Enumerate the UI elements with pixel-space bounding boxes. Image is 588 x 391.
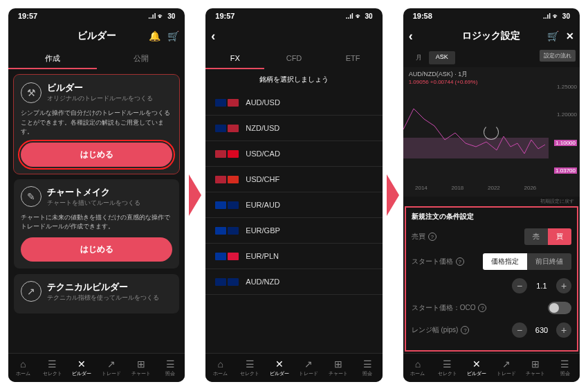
back-button[interactable]: ‹ (409, 29, 413, 44)
card-title: ビルダー (47, 82, 153, 94)
flag-pair (215, 125, 239, 132)
card-subtitle: チャートを描いてルールをつくる (47, 199, 140, 208)
bottom-nav: ⌂ホーム ☰セレクト ✕ビルダー ↗トレード ⊞チャート ☰照会 (205, 353, 382, 382)
buysell-label: 売買 (412, 232, 425, 242)
page-title: ロジック設定 (462, 30, 520, 42)
nav-chart[interactable]: ⊞チャート (521, 354, 551, 382)
bottom-nav: ⌂ホーム ☰セレクト ✕ビルダー ↗トレード ⊞チャート ☰照会 (403, 353, 580, 382)
plus-button[interactable]: + (556, 322, 571, 338)
status-time: 19:58 (413, 12, 432, 20)
cart-icon[interactable]: 🛒 (167, 30, 179, 42)
plus-button[interactable]: + (556, 278, 571, 293)
nav-trade[interactable]: ↗トレード (97, 354, 127, 382)
start-button[interactable]: はじめる (21, 237, 172, 262)
reset-link[interactable]: 初期設定に戻す (403, 197, 580, 206)
tab-publish[interactable]: 公開 (97, 48, 185, 69)
price-value[interactable]: 1.1 (531, 282, 552, 290)
pair-name: USD/CHF (246, 175, 279, 183)
pair-list: AUD/USDNZD/USDUSD/CADUSD/CHFEUR/AUDEUR/G… (205, 90, 382, 295)
nav-inquiry[interactable]: ☰照会 (156, 354, 185, 382)
screen-pairs: 19:57 ..ıl ᯤ 30 ‹ FX CFD ETF 銘柄を選択しましょう … (205, 8, 382, 382)
status-icons: ..ıl ᯤ 30 (148, 12, 175, 20)
help-icon[interactable]: ? (478, 304, 486, 312)
help-icon[interactable]: ? (456, 257, 464, 266)
nav-select[interactable]: ☰セレクト (235, 354, 265, 382)
tab-etf[interactable]: ETF (324, 48, 383, 69)
builder-icon: ✕ (77, 358, 86, 370)
help-icon[interactable]: ? (461, 326, 469, 334)
conditions-panel: 新規注文の条件設定 売買? 売 買 スタート価格? 価格指定 前日終値 − (405, 206, 578, 352)
nav-home[interactable]: ⌂ホーム (403, 354, 433, 382)
help-icon[interactable]: ? (428, 233, 437, 241)
prev-close-button[interactable]: 前日終値 (527, 253, 571, 270)
price-chart[interactable]: AUD/NZD(ASK) · 1月 1.09056 +0.00744 (+0.6… (403, 67, 580, 197)
select-icon: ☰ (48, 358, 57, 370)
back-button[interactable]: ‹ (211, 29, 215, 44)
pair-row[interactable]: EUR/GBP (205, 218, 382, 244)
bell-icon[interactable]: 🔔 (149, 30, 160, 42)
pair-row[interactable]: AUD/USD (205, 90, 382, 116)
tab-fx[interactable]: FX (205, 48, 264, 69)
screen-logic: 19:58 ..ıl ᯤ 30 ‹ ロジック設定 🛒 ✕ 設定の流れ 月 ASK… (403, 8, 580, 382)
refresh-icon[interactable] (484, 125, 499, 140)
nav-builder[interactable]: ✕ビルダー (264, 354, 294, 382)
nav-select[interactable]: ☰セレクト (432, 354, 462, 382)
card-subtitle: オリジナルのトレードルールをつくる (47, 94, 153, 103)
price-specify-button[interactable]: 価格指定 (483, 253, 527, 270)
buy-button[interactable]: 買 (548, 228, 571, 245)
period-month[interactable]: 月 (409, 51, 429, 64)
range-stepper: − 630 + (512, 322, 571, 338)
sell-button[interactable]: 売 (524, 228, 548, 245)
y-axis-labels: 1.25000 1.20000 1.10000 1.03700 (554, 84, 577, 174)
technical-icon: ↗ (21, 281, 42, 302)
flag-pair (215, 150, 239, 158)
arrow-right-icon (387, 174, 399, 216)
pair-name: EUR/AUD (246, 201, 280, 209)
pair-row[interactable]: USD/CHF (205, 167, 382, 192)
builder-icon: ⚒ (21, 82, 42, 103)
tab-create[interactable]: 作成 (8, 48, 97, 69)
pair-row[interactable]: NZD/USD (205, 116, 382, 141)
card-title: テクニカルビルダー (47, 281, 159, 293)
flag-pair (215, 176, 239, 183)
nav-chart[interactable]: ⊞チャート (126, 354, 156, 382)
inquiry-icon: ☰ (166, 358, 175, 370)
start-button[interactable]: はじめる (21, 143, 172, 167)
minus-button[interactable]: − (512, 322, 527, 338)
range-value[interactable]: 630 (531, 326, 552, 334)
tab-cfd[interactable]: CFD (264, 48, 323, 69)
pair-row[interactable]: EUR/PLN (205, 244, 382, 269)
header: ‹ (205, 24, 382, 48)
nav-chart[interactable]: ⊞チャート (324, 354, 353, 382)
card-builder: ⚒ ビルダー オリジナルのトレードルールをつくる シンプルな操作で自分だけのトレ… (14, 75, 179, 174)
pair-row[interactable]: USD/CAD (205, 141, 382, 167)
card-desc: チャートに未来の値動きを描くだけの直感的な操作でトレードルールが作成できます。 (21, 213, 172, 232)
nav-builder[interactable]: ✕ビルダー (462, 354, 492, 382)
pair-row[interactable]: AUD/NZD (205, 269, 382, 295)
card-technical: ↗ テクニカルビルダー テクニカル指標を使ってルールをつくる (14, 274, 179, 313)
pair-row[interactable]: EUR/AUD (205, 192, 382, 218)
flag-pair (215, 201, 239, 209)
nav-trade[interactable]: ↗トレード (491, 354, 521, 382)
oco-toggle[interactable] (548, 302, 571, 314)
flag-pair (215, 99, 239, 107)
page-title: ビルダー (77, 30, 116, 42)
nav-home[interactable]: ⌂ホーム (205, 354, 235, 382)
cart-icon[interactable]: 🛒 (547, 30, 559, 42)
nav-inquiry[interactable]: ☰照会 (353, 354, 383, 382)
nav-select[interactable]: ☰セレクト (38, 354, 68, 382)
flow-button[interactable]: 設定の流れ (540, 50, 576, 62)
nav-builder[interactable]: ✕ビルダー (67, 354, 97, 382)
range-label: レンジ幅 (pips) (412, 325, 459, 335)
status-icons: ..ıl ᯤ 30 (346, 12, 373, 20)
close-icon[interactable]: ✕ (566, 30, 574, 42)
buysell-segment: 売 買 (524, 228, 571, 245)
card-desc: シンプルな操作で自分だけのトレードルールをつくることができます。各種設定の解説も… (21, 109, 172, 137)
nav-trade[interactable]: ↗トレード (294, 354, 324, 382)
minus-button[interactable]: − (512, 278, 527, 293)
conditions-title: 新規注文の条件設定 (412, 212, 571, 221)
nav-inquiry[interactable]: ☰照会 (550, 354, 580, 382)
period-ask[interactable]: ASK (429, 51, 455, 64)
pair-name: NZD/USD (246, 124, 279, 132)
nav-home[interactable]: ⌂ホーム (8, 354, 38, 382)
